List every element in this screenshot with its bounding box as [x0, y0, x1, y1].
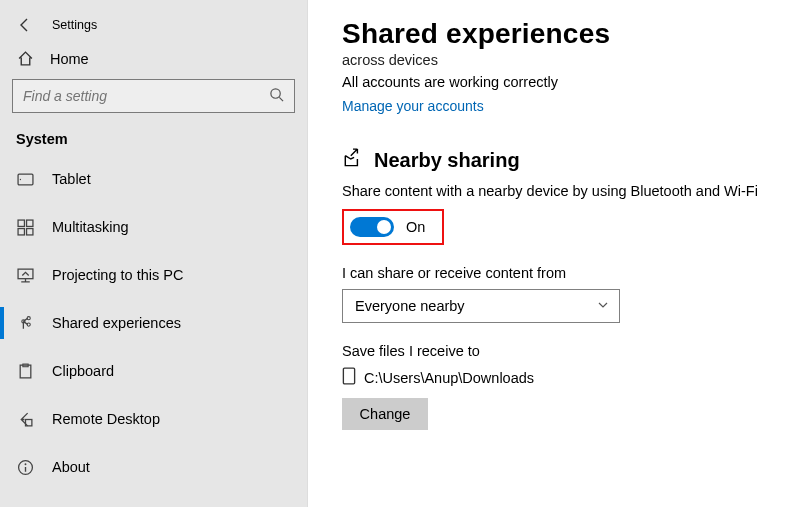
- projecting-icon: [16, 267, 34, 284]
- app-title: Settings: [52, 18, 97, 32]
- sidebar: Settings Home System Tablet Multitasking…: [0, 0, 308, 507]
- nearby-sharing-description: Share content with a nearby device by us…: [342, 183, 769, 199]
- svg-point-15: [24, 463, 26, 465]
- sidebar-item-about[interactable]: About: [0, 443, 307, 491]
- svg-point-2: [19, 178, 20, 179]
- sidebar-item-tablet[interactable]: Tablet: [0, 155, 307, 203]
- toggle-highlight: On: [342, 209, 444, 245]
- toggle-state-label: On: [406, 219, 425, 235]
- truncated-text: across devices: [342, 52, 769, 68]
- sidebar-item-label: Projecting to this PC: [52, 267, 183, 283]
- drive-icon: [342, 367, 356, 388]
- svg-rect-4: [26, 220, 32, 226]
- page-title: Shared experiences: [342, 18, 769, 50]
- sidebar-item-label: About: [52, 459, 90, 475]
- tablet-icon: [16, 171, 34, 188]
- dropdown-value: Everyone nearby: [355, 298, 465, 314]
- change-button[interactable]: Change: [342, 398, 428, 430]
- svg-rect-3: [18, 220, 24, 226]
- save-path-value: C:\Users\Anup\Downloads: [364, 370, 534, 386]
- sidebar-item-label: Clipboard: [52, 363, 114, 379]
- svg-rect-7: [18, 269, 33, 279]
- search-input-container[interactable]: [12, 79, 295, 113]
- sidebar-item-shared-experiences[interactable]: Shared experiences: [0, 299, 307, 347]
- main-content: Shared experiences across devices All ac…: [308, 0, 789, 507]
- sidebar-item-label: Shared experiences: [52, 315, 181, 331]
- svg-point-10: [27, 322, 30, 325]
- sidebar-nav: Tablet Multitasking Projecting to this P…: [0, 155, 307, 491]
- search-icon: [269, 87, 284, 105]
- remote-desktop-icon: [16, 411, 34, 428]
- sidebar-item-clipboard[interactable]: Clipboard: [0, 347, 307, 395]
- svg-rect-6: [26, 228, 32, 234]
- share-from-label: I can share or receive content from: [342, 265, 769, 281]
- sidebar-item-label: Multitasking: [52, 219, 129, 235]
- sidebar-item-label: Remote Desktop: [52, 411, 160, 427]
- sidebar-item-home[interactable]: Home: [0, 40, 307, 79]
- svg-rect-5: [18, 228, 24, 234]
- about-icon: [16, 459, 34, 476]
- save-to-label: Save files I receive to: [342, 343, 769, 359]
- home-label: Home: [50, 51, 89, 67]
- share-from-dropdown[interactable]: Everyone nearby: [342, 289, 620, 323]
- share-icon: [16, 315, 34, 332]
- svg-rect-16: [343, 368, 354, 384]
- svg-point-0: [271, 89, 280, 98]
- svg-point-9: [27, 316, 30, 319]
- sidebar-section-title: System: [0, 131, 307, 155]
- chevron-down-icon: [597, 298, 609, 314]
- sidebar-item-label: Tablet: [52, 171, 91, 187]
- sidebar-item-projecting[interactable]: Projecting to this PC: [0, 251, 307, 299]
- multitasking-icon: [16, 219, 34, 236]
- nearby-sharing-heading: Nearby sharing: [374, 149, 520, 172]
- sidebar-item-multitasking[interactable]: Multitasking: [0, 203, 307, 251]
- home-icon: [16, 50, 34, 67]
- manage-accounts-link[interactable]: Manage your accounts: [342, 98, 484, 114]
- search-input[interactable]: [23, 88, 269, 104]
- accounts-status: All accounts are working correctly: [342, 74, 769, 90]
- clipboard-icon: [16, 363, 34, 380]
- back-icon[interactable]: [14, 14, 36, 36]
- nearby-share-icon: [342, 148, 364, 173]
- sidebar-item-remote-desktop[interactable]: Remote Desktop: [0, 395, 307, 443]
- nearby-sharing-toggle[interactable]: [350, 217, 394, 237]
